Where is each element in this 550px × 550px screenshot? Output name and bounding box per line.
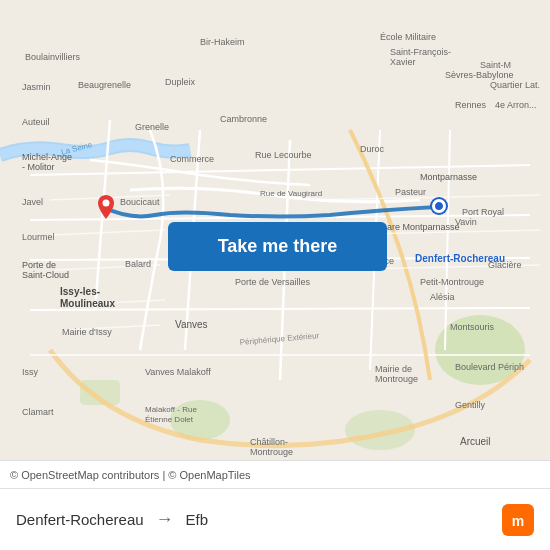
svg-text:Javel: Javel: [22, 197, 43, 207]
svg-text:Port Royal: Port Royal: [462, 207, 504, 217]
svg-text:Saint-Cloud: Saint-Cloud: [22, 270, 69, 280]
svg-text:Boulainvilliers: Boulainvilliers: [25, 52, 81, 62]
svg-text:Dupleix: Dupleix: [165, 77, 196, 87]
svg-text:Gentilly: Gentilly: [455, 400, 486, 410]
moovit-icon: m: [502, 504, 534, 536]
destination-pin: [94, 195, 118, 225]
svg-text:Commerce: Commerce: [170, 154, 214, 164]
svg-text:Jasmin: Jasmin: [22, 82, 51, 92]
svg-text:Rennes: Rennes: [455, 100, 487, 110]
attribution-text: © OpenStreetMap contributors | © OpenMap…: [10, 469, 251, 481]
svg-text:Lourmel: Lourmel: [22, 232, 55, 242]
svg-text:Rue Lecourbe: Rue Lecourbe: [255, 150, 312, 160]
svg-text:Étienne Dolet: Étienne Dolet: [145, 415, 194, 424]
svg-text:Mairie de: Mairie de: [375, 364, 412, 374]
svg-text:Balard: Balard: [125, 259, 151, 269]
map-container: Boulainvilliers Bir-Hakeim École Militai…: [0, 0, 550, 460]
bottom-bar: Denfert-Rochereau → Efb m: [0, 488, 550, 550]
svg-text:Montrouge: Montrouge: [250, 447, 293, 457]
svg-text:Vavin: Vavin: [455, 217, 477, 227]
route-arrow-icon: →: [156, 509, 174, 530]
svg-text:Arcueil: Arcueil: [460, 436, 491, 447]
route-from: Denfert-Rochereau: [16, 511, 144, 528]
svg-text:4e Arron...: 4e Arron...: [495, 100, 537, 110]
svg-text:Alésia: Alésia: [430, 292, 455, 302]
svg-point-81: [103, 200, 110, 207]
svg-text:Vanves: Vanves: [175, 319, 208, 330]
svg-text:Grenelle: Grenelle: [135, 122, 169, 132]
svg-text:Quartier Lat.: Quartier Lat.: [490, 80, 540, 90]
svg-text:m: m: [512, 513, 524, 529]
svg-text:Auteuil: Auteuil: [22, 117, 50, 127]
svg-text:- Molitor: - Molitor: [22, 162, 55, 172]
svg-text:Rue de Vaugirard: Rue de Vaugirard: [260, 189, 322, 198]
svg-text:Clamart: Clamart: [22, 407, 54, 417]
svg-text:Montparnasse: Montparnasse: [420, 172, 477, 182]
svg-text:Issy: Issy: [22, 367, 39, 377]
svg-text:Glacière: Glacière: [488, 260, 522, 270]
route-to: Efb: [186, 511, 209, 528]
svg-text:Châtillon-: Châtillon-: [250, 437, 288, 447]
svg-text:Beaugrenelle: Beaugrenelle: [78, 80, 131, 90]
take-me-there-button[interactable]: Take me there: [168, 222, 387, 271]
svg-text:Montrouge: Montrouge: [375, 374, 418, 384]
origin-dot: [432, 199, 446, 213]
moovit-logo: m: [502, 504, 534, 536]
svg-text:Cambronne: Cambronne: [220, 114, 267, 124]
svg-text:Malakoff - Rue: Malakoff - Rue: [145, 405, 197, 414]
svg-text:Pasteur: Pasteur: [395, 187, 426, 197]
svg-text:Petit-Montrouge: Petit-Montrouge: [420, 277, 484, 287]
svg-text:Vanves Malakoff: Vanves Malakoff: [145, 367, 211, 377]
svg-text:Montsouris: Montsouris: [450, 322, 495, 332]
svg-text:Saint-François-: Saint-François-: [390, 47, 451, 57]
svg-text:Boucicaut: Boucicaut: [120, 197, 160, 207]
attribution-bar: © OpenStreetMap contributors | © OpenMap…: [0, 460, 550, 488]
svg-text:Bir-Hakeim: Bir-Hakeim: [200, 37, 245, 47]
svg-text:Xavier: Xavier: [390, 57, 416, 67]
svg-text:École Militaire: École Militaire: [380, 32, 436, 42]
svg-text:Gare Montparnasse: Gare Montparnasse: [380, 222, 460, 232]
svg-text:Mairie d'Issy: Mairie d'Issy: [62, 327, 112, 337]
svg-text:Duroc: Duroc: [360, 144, 385, 154]
svg-text:Sèvres-Babylone: Sèvres-Babylone: [445, 70, 514, 80]
svg-text:Moulineaux: Moulineaux: [60, 298, 115, 309]
svg-text:Saint-M: Saint-M: [480, 60, 511, 70]
svg-text:Issy-les-: Issy-les-: [60, 286, 100, 297]
svg-text:Porte de Versailles: Porte de Versailles: [235, 277, 311, 287]
svg-text:Boulevard Périph: Boulevard Périph: [455, 362, 524, 372]
svg-text:Porte de: Porte de: [22, 260, 56, 270]
